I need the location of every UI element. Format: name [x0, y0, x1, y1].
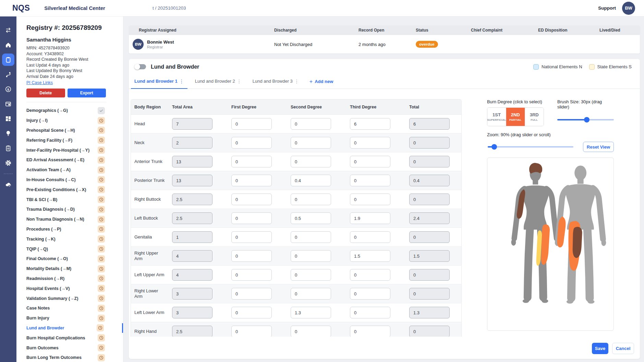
sidebar-item[interactable]: Procedures (→P) [26, 224, 123, 234]
input-third[interactable] [350, 175, 390, 186]
input-first[interactable] [231, 118, 272, 130]
input-first[interactable] [231, 137, 272, 149]
state-checkbox-icon[interactable] [589, 64, 595, 70]
input-second[interactable] [291, 326, 331, 337]
sidebar-item[interactable]: Referring Facility (→F) [26, 135, 123, 145]
sidebar-item[interactable]: Mortality Details (→M) [26, 264, 123, 274]
degree-button-3rd[interactable]: 3RDFULL [525, 108, 544, 126]
sidebar-item[interactable]: Trauma Diagnosis (→D) [26, 205, 123, 214]
tab-menu-icon[interactable]: ⋮ [237, 79, 242, 84]
route-icon[interactable] [4, 70, 12, 79]
lightbulb-icon[interactable] [4, 129, 12, 138]
sidebar-item[interactable]: Validation Summary (→Z) [26, 293, 123, 303]
input-second[interactable] [291, 288, 331, 300]
sidebar-item[interactable]: Burn Outcomes [26, 343, 123, 353]
input-second[interactable] [291, 269, 331, 281]
input-second[interactable] [291, 194, 331, 205]
app-logo[interactable]: NQS [12, 3, 30, 13]
sidebar-item[interactable]: Non Trauma Diagnosis (→N) [26, 214, 123, 224]
tab-lund-browder-1[interactable]: Lund and Browder 1⋮ [131, 74, 187, 89]
input-first[interactable] [231, 269, 272, 281]
sidebar-item[interactable]: Activation Team (→A) [26, 165, 123, 175]
sidebar-item[interactable]: ED Arrival Assessment (→E) [26, 155, 123, 165]
sidebar-item[interactable]: Final Outcome (→O) [26, 254, 123, 264]
sidebar-item[interactable]: Tracking (→K) [26, 234, 123, 244]
input-first[interactable] [231, 307, 272, 318]
sidebar-item[interactable]: Burn Long Term Outcomes [26, 353, 123, 362]
gear-icon[interactable] [4, 159, 12, 167]
home-icon[interactable] [4, 41, 12, 49]
delete-button[interactable]: Delete [26, 89, 65, 97]
tab-menu-icon[interactable]: ⋮ [179, 79, 184, 84]
sidebar-item[interactable]: Burn Hospital Complications [26, 333, 123, 343]
input-first[interactable] [231, 212, 272, 224]
input-second[interactable] [291, 212, 331, 224]
sidebar-item[interactable]: Burn Injury [26, 313, 123, 323]
input-third[interactable] [350, 307, 390, 318]
input-second[interactable] [291, 137, 331, 149]
transfer-icon[interactable] [4, 26, 12, 34]
input-first[interactable] [231, 231, 272, 243]
input-third[interactable] [350, 288, 390, 300]
support-link[interactable]: Support [598, 5, 616, 11]
section-toggle[interactable] [134, 64, 146, 70]
input-first[interactable] [231, 250, 272, 262]
cancel-button[interactable]: Cancel [612, 343, 634, 354]
input-third[interactable] [350, 250, 390, 262]
blocks-icon[interactable] [4, 115, 12, 123]
add-new-tab-button[interactable]: +Add new [309, 79, 333, 85]
sidebar-item[interactable]: Lund and Browder [26, 323, 123, 333]
input-first[interactable] [231, 156, 272, 167]
degree-button-1st[interactable]: 1STSUPERFICIAL [487, 108, 506, 126]
card-icon[interactable] [4, 100, 12, 108]
sidebar-item[interactable]: Inter-Facility Pre-Hospital (→Y) [26, 145, 123, 155]
sidebar-item[interactable]: Pre-Existing Conditions (→X) [26, 185, 123, 195]
sidebar-item[interactable]: Case Notes [26, 303, 123, 313]
sidebar-item[interactable]: TQIP (→Q) [26, 244, 123, 254]
tasks-icon[interactable] [4, 144, 12, 152]
input-third[interactable] [350, 269, 390, 281]
input-first[interactable] [231, 326, 272, 337]
sidebar-item[interactable]: Injury (→I) [26, 116, 123, 126]
input-first[interactable] [231, 175, 272, 186]
pi-case-links[interactable]: PI Case Links [26, 80, 53, 85]
sidebar-item[interactable]: Hospital Events (→V) [26, 283, 123, 293]
input-first[interactable] [231, 194, 272, 205]
user-avatar[interactable]: BW [622, 2, 635, 15]
degree-button-2nd[interactable]: 2NDPARTIAL [506, 108, 525, 126]
input-second[interactable] [291, 118, 331, 130]
reset-view-button[interactable]: Reset View [583, 142, 614, 152]
national-checkbox-icon[interactable] [533, 64, 539, 70]
brush-size-slider[interactable] [557, 117, 614, 122]
sidebar-item[interactable]: TBI & SCI (→B) [26, 195, 123, 205]
account-icon[interactable] [4, 180, 12, 189]
input-first[interactable] [231, 288, 272, 300]
input-third[interactable] [350, 212, 390, 224]
zoom-slider-thumb[interactable] [491, 144, 497, 150]
sidebar-item[interactable]: Demographics (→G) [26, 106, 123, 116]
tab-menu-icon[interactable]: ⋮ [294, 79, 299, 84]
dollar-icon[interactable]: $ [4, 85, 12, 93]
input-second[interactable] [291, 156, 331, 167]
input-second[interactable] [291, 307, 331, 318]
save-button[interactable]: Save [592, 343, 608, 354]
state-elements-checkbox[interactable]: State Elements S [589, 64, 632, 70]
tab-lund-browder-2[interactable]: Lund and Browder 2⋮ [192, 74, 245, 89]
zoom-slider[interactable] [488, 144, 573, 150]
tab-lund-browder-3[interactable]: Lund and Browder 3⋮ [249, 74, 303, 89]
clipboard-icon[interactable] [2, 54, 14, 66]
national-elements-checkbox[interactable]: National Elements N [533, 64, 582, 70]
input-third[interactable] [350, 194, 390, 205]
input-third[interactable] [350, 137, 390, 149]
sidebar-item[interactable]: Prehospital Scene (→H) [26, 126, 123, 136]
input-second[interactable] [291, 175, 331, 186]
body-diagram-canvas[interactable] [487, 157, 614, 331]
sidebar-item[interactable]: Readmission (→R) [26, 274, 123, 284]
input-third[interactable] [350, 118, 390, 130]
input-third[interactable] [350, 326, 390, 337]
sidebar-item[interactable]: In-House Consults (→C) [26, 175, 123, 185]
input-second[interactable] [291, 231, 331, 243]
brush-slider-thumb[interactable] [584, 117, 590, 122]
input-third[interactable] [350, 231, 390, 243]
input-third[interactable] [350, 156, 390, 167]
